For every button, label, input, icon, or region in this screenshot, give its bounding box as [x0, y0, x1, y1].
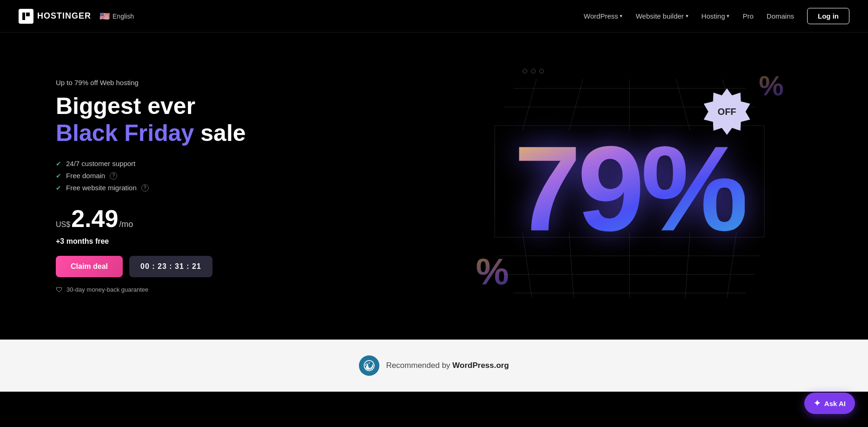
- hero-visual: 79% OFF % %: [391, 33, 868, 340]
- wordpress-org-text: WordPress.org: [452, 361, 509, 370]
- dot-2: [531, 69, 536, 73]
- logo-text: HOSTINGER: [37, 11, 91, 21]
- feature-support-text: 24/7 customer support: [66, 160, 135, 167]
- cta-row: Claim deal 00 : 23 : 31 : 21: [56, 256, 260, 277]
- features-list: ✔ 24/7 customer support ✔ Free domain ? …: [56, 160, 260, 192]
- hero-title-part1: Biggest ever: [56, 93, 195, 119]
- logo-icon: [19, 9, 33, 24]
- navbar-left: HOSTINGER 🇺🇸 English: [19, 9, 134, 24]
- logo[interactable]: HOSTINGER: [19, 9, 91, 24]
- deco-percent-right: %: [759, 70, 783, 102]
- bottom-bar-text: Recommended by WordPress.org: [386, 361, 509, 370]
- shield-icon: 🛡: [56, 286, 63, 294]
- wordpress-logo: [359, 355, 379, 376]
- dot-1: [523, 69, 527, 73]
- feature-migration: ✔ Free website migration ?: [56, 184, 260, 192]
- feature-migration-text: Free website migration: [66, 184, 137, 192]
- nav-item-pro[interactable]: Pro: [742, 12, 753, 20]
- countdown-timer: 00 : 23 : 31 : 21: [129, 256, 212, 277]
- off-label: OFF: [718, 107, 736, 117]
- help-icon[interactable]: ?: [110, 172, 117, 180]
- chevron-down-icon: ▾: [686, 13, 689, 19]
- price-block: US$ 2.49 /mo: [56, 205, 260, 233]
- chevron-down-icon: ▾: [727, 13, 729, 19]
- claim-deal-button[interactable]: Claim deal: [56, 256, 123, 277]
- check-icon: ✔: [56, 184, 61, 192]
- price-bonus: +3 months free: [56, 237, 260, 246]
- bottom-bar: Recommended by WordPress.org: [0, 340, 868, 392]
- navbar: HOSTINGER 🇺🇸 English WordPress ▾ Website…: [0, 0, 868, 33]
- price-period: /mo: [119, 220, 133, 229]
- nav-label-hosting: Hosting: [702, 12, 725, 20]
- nav-label-wordpress: WordPress: [584, 12, 618, 20]
- price-currency: US$: [56, 220, 70, 229]
- guarantee-text: 🛡 30-day money-back guarantee: [56, 286, 260, 294]
- grid-box: 79% OFF % %: [467, 51, 792, 321]
- login-button[interactable]: Log in: [807, 8, 849, 24]
- big-percent-display: 79%: [514, 128, 744, 249]
- price-main: 2.49: [71, 205, 118, 233]
- help-icon[interactable]: ?: [141, 184, 149, 192]
- nav-item-website-builder[interactable]: Website builder ▾: [636, 12, 688, 20]
- navbar-right: WordPress ▾ Website builder ▾ Hosting ▾ …: [584, 8, 849, 24]
- flag-icon: 🇺🇸: [99, 11, 110, 21]
- chevron-down-icon: ▾: [620, 13, 623, 19]
- feature-domain-text: Free domain: [66, 172, 105, 180]
- svg-rect-0: [22, 13, 25, 20]
- nav-item-domains[interactable]: Domains: [767, 12, 794, 20]
- hero-subtitle: Up to 79% off Web hosting: [56, 79, 260, 87]
- dot-3: [539, 69, 544, 73]
- nav-item-hosting[interactable]: Hosting ▾: [702, 12, 730, 20]
- guarantee-label: 30-day money-back guarantee: [66, 286, 148, 293]
- feature-support: ✔ 24/7 customer support: [56, 160, 260, 167]
- check-icon: ✔: [56, 160, 61, 167]
- nav-label-domains: Domains: [767, 12, 794, 20]
- nav-label-website-builder: Website builder: [636, 12, 683, 20]
- hero-title: Biggest ever Black Friday sale: [56, 93, 260, 147]
- svg-rect-1: [26, 13, 30, 16]
- hero-section: Up to 79% off Web hosting Biggest ever B…: [0, 33, 868, 340]
- lang-label: English: [113, 13, 134, 20]
- deco-percent-left: %: [476, 250, 509, 293]
- hero-title-part2: sale: [194, 120, 245, 146]
- feature-domain: ✔ Free domain ?: [56, 172, 260, 180]
- language-selector[interactable]: 🇺🇸 English: [99, 11, 134, 21]
- nav-label-pro: Pro: [742, 12, 753, 20]
- window-dots: [523, 69, 544, 73]
- hero-title-highlight: Black Friday: [56, 120, 194, 146]
- hero-content: Up to 79% off Web hosting Biggest ever B…: [0, 51, 260, 321]
- check-icon: ✔: [56, 172, 61, 180]
- recommended-text: Recommended by: [386, 361, 452, 370]
- nav-item-wordpress[interactable]: WordPress ▾: [584, 12, 623, 20]
